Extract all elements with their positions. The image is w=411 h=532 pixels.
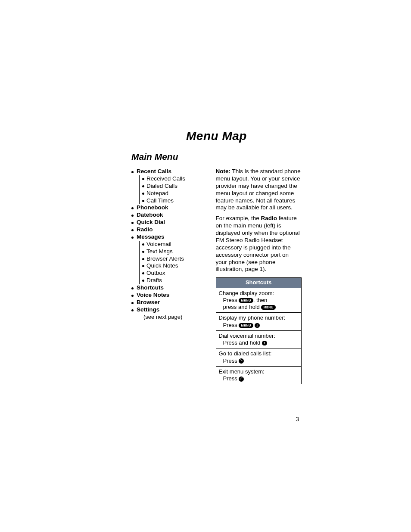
end-key-icon <box>239 376 244 382</box>
note-bold-radio: Radio <box>261 215 277 221</box>
shortcut-row-zoom: Change display zoom: Press MENU, then pr… <box>216 288 301 313</box>
shortcut-row-voicemail: Dial voicemail number: Press and hold 1 <box>216 330 301 348</box>
menu-key-icon: MENU <box>261 305 275 310</box>
menu-label: Recent Calls <box>137 168 171 174</box>
menu-item-datebook: Datebook <box>131 212 207 219</box>
shortcut-title: Go to dialed calls list: <box>219 350 272 357</box>
shortcut-title: Change display zoom: <box>219 290 274 296</box>
two-column-layout: Recent Calls Received Calls Dialed Calls… <box>131 168 302 384</box>
hash-key-icon: # <box>255 323 260 328</box>
menu-item-dialed-calls: Dialed Calls <box>144 183 207 190</box>
menu-label: Quick Notes <box>146 262 178 269</box>
menu-label: Browser Alerts <box>146 255 184 262</box>
note-paragraph-2: For example, the Radio feature on the ma… <box>216 215 302 273</box>
note-paragraph-1: Note: This is the standard phone menu la… <box>216 168 302 212</box>
menu-label: Notepad <box>146 190 168 196</box>
menu-item-radio: Radio <box>131 226 207 233</box>
right-column: Note: This is the standard phone menu la… <box>216 168 302 384</box>
menu-label: Phonebook <box>137 204 168 211</box>
shortcut-text: Press <box>223 322 239 328</box>
menu-item-phonebook: Phonebook <box>131 204 207 212</box>
menu-item-quick-dial: Quick Dial <box>131 219 207 226</box>
note-label: Note: <box>216 168 231 174</box>
menu-item-settings: Settings <box>131 306 207 314</box>
menu-label: Voice Notes <box>137 292 169 298</box>
content-area: Menu Map Main Menu Recent Calls Received… <box>131 129 302 384</box>
page-title: Menu Map <box>131 129 302 143</box>
shortcut-text: Press and hold <box>223 339 262 346</box>
menu-label: Radio <box>137 226 153 233</box>
shortcut-title: Dial voicemail number: <box>219 333 276 339</box>
menu-label: Dialed Calls <box>146 183 177 189</box>
shortcut-row-exit-menu: Exit menu system: Press <box>216 366 301 384</box>
menu-item-shortcuts: Shortcuts <box>131 284 207 292</box>
shortcut-row-dialed-list: Go to dialed calls list: Press <box>216 348 301 367</box>
document-page: Menu Map Main Menu Recent Calls Received… <box>0 0 411 532</box>
menu-label: Quick Dial <box>137 219 165 225</box>
menu-item-quick-notes: Quick Notes <box>144 262 207 270</box>
menu-label: Text Msgs <box>146 248 173 255</box>
menu-item-received-calls: Received Calls <box>144 175 207 183</box>
menu-tree: Recent Calls Received Calls Dialed Calls… <box>131 168 207 314</box>
menu-item-voicemail: Voicemail <box>144 241 207 248</box>
shortcut-text: Press <box>223 358 239 364</box>
menu-label: Received Calls <box>146 175 185 182</box>
menu-key-icon: MENU <box>239 323 253 328</box>
shortcut-text: press and hold <box>223 304 262 310</box>
shortcut-text: , then <box>253 297 268 303</box>
shortcut-title: Display my phone number: <box>219 314 286 321</box>
shortcut-text: Press <box>223 375 239 382</box>
menu-key-icon: MENU <box>239 298 253 303</box>
one-key-icon: 1 <box>262 341 267 345</box>
settings-see-next-page: (see next page) <box>131 314 207 320</box>
menu-item-notepad: Notepad <box>144 190 207 197</box>
menu-item-call-times: Call Times <box>144 197 207 205</box>
shortcut-title: Exit menu system: <box>219 368 265 375</box>
shortcuts-table: Shortcuts Change display zoom: Press MEN… <box>216 277 302 384</box>
section-heading: Main Menu <box>131 152 302 162</box>
menu-item-outbox: Outbox <box>144 270 207 277</box>
menu-tree-column: Recent Calls Received Calls Dialed Calls… <box>131 168 207 384</box>
menu-item-browser: Browser <box>131 299 207 306</box>
page-number: 3 <box>296 416 299 423</box>
menu-label: Browser <box>137 299 160 305</box>
note-text: feature on the main menu (left) is displ… <box>216 215 300 272</box>
menu-label: Outbox <box>146 270 165 276</box>
menu-item-text-msgs: Text Msgs <box>144 248 207 255</box>
shortcut-row-phone-number: Display my phone number: Press MENU # <box>216 313 301 331</box>
shortcut-text: Press <box>223 297 239 303</box>
note-text: For example, the <box>216 215 261 221</box>
send-key-icon <box>239 358 244 364</box>
menu-label: Voicemail <box>146 241 171 247</box>
menu-label: Drafts <box>146 277 162 283</box>
menu-item-voice-notes: Voice Notes <box>131 292 207 299</box>
menu-item-drafts: Drafts <box>144 277 207 284</box>
menu-item-browser-alerts: Browser Alerts <box>144 255 207 263</box>
menu-item-recent-calls: Recent Calls Received Calls Dialed Calls… <box>131 168 207 204</box>
menu-label: Call Times <box>146 197 174 204</box>
menu-label: Settings <box>137 306 159 313</box>
shortcuts-header: Shortcuts <box>216 278 301 288</box>
menu-label: Messages <box>137 233 165 240</box>
menu-label: Datebook <box>137 212 163 218</box>
menu-item-messages: Messages Voicemail Text Msgs Browser Ale… <box>131 233 207 284</box>
menu-label: Shortcuts <box>137 284 164 291</box>
